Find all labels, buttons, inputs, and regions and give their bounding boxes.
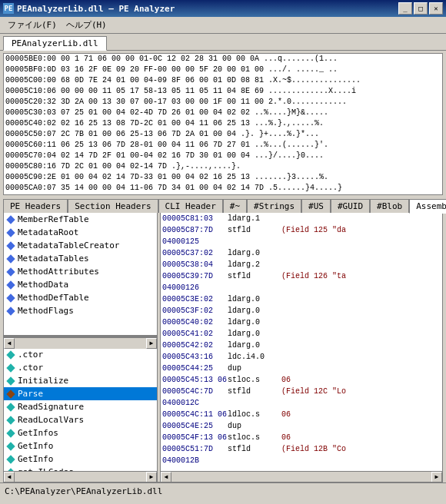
hex-row: 00005C00:00 68 0D 7E 24 01 00 04-09 8F 0… <box>4 75 442 86</box>
tree-icon <box>5 280 16 290</box>
asm-row[interactable]: 00005C44:25dup <box>161 363 442 374</box>
asm-operand: (Field 12B "Co <box>281 443 441 466</box>
asm-instr: stfld <box>228 443 281 466</box>
scroll-right-btn[interactable]: ▶ <box>146 338 157 349</box>
tree-item-bottom[interactable]: Parse <box>4 387 157 400</box>
tab---[interactable]: #~ <box>223 199 247 213</box>
tab--Strings[interactable]: #Strings <box>247 199 301 213</box>
asm-operand <box>281 351 441 363</box>
tree-item-bottom[interactable]: ReadSignature <box>4 400 157 413</box>
asm-row[interactable]: 00005C45:13 06stloc.s06 <box>161 374 442 386</box>
asm-row[interactable]: 00005C43:16ldc.i4.0 <box>161 351 442 363</box>
asm-addr: 00005C37:02 <box>162 247 228 259</box>
tree-icon <box>5 376 16 386</box>
asm-row[interactable]: 00005C4E:25dup <box>161 420 442 432</box>
tree-item-bottom[interactable]: get_ILCodes <box>4 466 157 471</box>
tree-item[interactable]: MethodData <box>4 278 157 291</box>
maximize-button[interactable]: □ <box>414 2 428 15</box>
hex-row: 00005CA0:07 35 14 00 00 04 11-06 7D 34 0… <box>4 183 442 194</box>
asm-addr: 00005C43:16 <box>162 351 228 363</box>
hex-row: 00005C30:03 07 25 01 00 04 02-4D 7D 26 0… <box>4 108 442 118</box>
tab--Blob[interactable]: #Blob <box>370 199 409 213</box>
asm-row[interactable]: 00005C4C:7D 0400012Cstfld(Field 12C "Lo <box>161 386 442 409</box>
menu-help[interactable]: ヘルプ(H) <box>62 18 112 32</box>
asm-instr: ldarg.0 <box>228 293 281 305</box>
tree-item[interactable]: MetadataTables <box>4 252 157 265</box>
tree-icon <box>5 454 16 465</box>
tab-PE-Headers[interactable]: PE Headers <box>3 199 68 213</box>
asm-scroll-right[interactable]: ▶ <box>431 472 442 482</box>
tree-item-bottom[interactable]: .ctor <box>4 361 157 374</box>
hex-row: 00005C40:02 02 16 25 13 08 7D-2C 01 00 0… <box>4 118 442 129</box>
asm-instr: stfld <box>228 270 281 293</box>
tree-item-bottom[interactable]: GetInfo <box>4 439 157 453</box>
asm-scrollbar[interactable]: ◀ ▶ <box>161 471 442 482</box>
tree-icon <box>5 267 16 277</box>
hex-row: 00005BE0:00 00 1 71 06 00 00 01-0C 12 02… <box>4 54 442 65</box>
tree-item[interactable]: MetadataTableCreator <box>4 239 157 252</box>
close-button[interactable]: ✕ <box>429 2 443 15</box>
asm-instr: stloc.s <box>228 374 281 386</box>
tree-item[interactable]: MethodAttributes <box>4 265 157 278</box>
scroll-left-btn[interactable]: ◀ <box>4 338 15 349</box>
scroll-right-btn2[interactable]: ▶ <box>146 472 157 482</box>
asm-addr: 00005C38:04 <box>162 259 228 270</box>
asm-row[interactable]: 00005C3F:02ldarg.0 <box>161 305 442 317</box>
left-bottom-scrollbar[interactable]: ◀ ▶ <box>4 471 157 482</box>
tree-item-bottom[interactable]: GetInfo <box>4 453 157 466</box>
tree-item[interactable]: MetadataRoot <box>4 226 157 239</box>
hex-row: 00005BF0:0D 03 16 2F 0E 09 20 FF-00 00 0… <box>4 65 442 75</box>
asm-instr: ldarg.0 <box>228 305 281 317</box>
tree-icon <box>5 254 16 264</box>
tab--US[interactable]: #US <box>301 199 331 213</box>
tree-item[interactable]: MethodDefTable <box>4 291 157 304</box>
tree-item-bottom[interactable]: GetInfos <box>4 426 157 439</box>
tab--GUID[interactable]: #GUID <box>331 199 370 213</box>
asm-row[interactable]: 00005C40:02ldarg.0 <box>161 317 442 328</box>
tree-label: .ctor <box>18 349 43 360</box>
asm-scroll-left[interactable]: ◀ <box>161 472 171 482</box>
tree-icon <box>5 441 16 452</box>
asm-row[interactable]: 00005C41:02ldarg.0 <box>161 328 442 340</box>
asm-addr: 00005C4C:7D 0400012C <box>162 386 228 409</box>
top-tab-file[interactable]: PEAnalyzerLib.dll <box>3 36 107 51</box>
asm-row[interactable]: 00005C87:7D 04000125stfld(Field 125 "da <box>161 224 442 247</box>
menu-bar: ファイル(F) ヘルプ(H) <box>0 17 446 34</box>
tree-item[interactable]: MethodFlags <box>4 304 157 317</box>
tree-item-bottom[interactable]: .ctor <box>4 348 157 361</box>
tree-item-bottom[interactable]: Initialize <box>4 374 157 387</box>
asm-instr: stfld <box>228 386 281 409</box>
asm-row[interactable]: 00005C81:03ldarg.1 <box>161 213 442 224</box>
asm-operand: (Field 12C "Lo <box>281 386 441 409</box>
left-top-scrollbar[interactable]: ◀ ▶ <box>4 337 157 348</box>
asm-instr: ldloc.s <box>228 409 281 420</box>
minimize-button[interactable]: _ <box>398 2 412 15</box>
tab-CLI-Header[interactable]: CLI Header <box>158 199 223 213</box>
scroll-left-btn2[interactable]: ◀ <box>4 472 15 482</box>
tab-Assembly[interactable]: Assembly <box>409 199 446 214</box>
asm-operand <box>281 340 441 351</box>
asm-instr: dup <box>228 363 281 374</box>
tree-label: MetadataTableCreator <box>18 240 119 251</box>
tree-icon <box>5 214 16 225</box>
asm-operand <box>281 317 441 328</box>
asm-row[interactable]: 00005C3E:02ldarg.0 <box>161 293 442 305</box>
tree-label: ReadLocalVars <box>18 414 84 426</box>
tab-Section-Headers[interactable]: Section Headers <box>68 199 158 213</box>
menu-file[interactable]: ファイル(F) <box>3 18 62 32</box>
asm-row[interactable]: 00005C51:7D 0400012Bstfld(Field 12B "Co <box>161 443 442 466</box>
asm-row[interactable]: 00005C39:7D 04000126stfld(Field 126 "ta <box>161 270 442 293</box>
asm-row[interactable]: 00005C42:02ldarg.0 <box>161 340 442 351</box>
main-window: 00005BE0:00 00 1 71 06 00 00 01-0C 12 02… <box>0 51 446 482</box>
asm-addr: 00005C44:25 <box>162 363 228 374</box>
asm-row[interactable]: 00005C38:04ldarg.2 <box>161 259 442 270</box>
asm-row[interactable]: 00005C37:02ldarg.0 <box>161 247 442 259</box>
tree-item-bottom[interactable]: ReadLocalVars <box>4 413 157 426</box>
asm-row[interactable]: 00005C4F:13 06stloc.s06 <box>161 432 442 443</box>
tree-item[interactable]: MemberRefTable <box>4 213 157 226</box>
hex-row: 00005C90:2E 01 00 04 02 14 7D-33 01 00 0… <box>4 172 442 183</box>
left-panel: MemberRefTableMetadataRootMetadataTableC… <box>4 213 158 482</box>
asm-row[interactable]: 00005C4C:11 06ldloc.s06 <box>161 409 442 420</box>
tree-icon <box>5 389 16 400</box>
asm-operand: 06 <box>281 409 441 420</box>
